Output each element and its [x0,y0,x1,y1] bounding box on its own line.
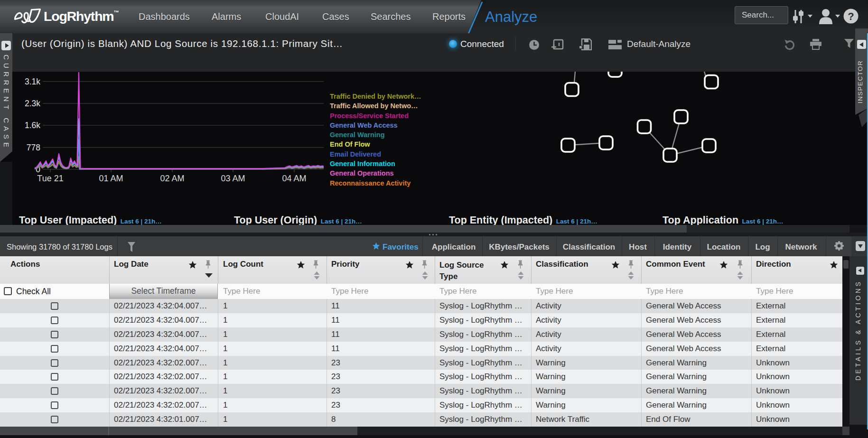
svg-text:Tue 21: Tue 21 [37,174,63,183]
svg-text:1.6k: 1.6k [25,121,40,130]
svg-text:02 AM: 02 AM [160,174,184,183]
svg-text:?: ? [848,10,854,22]
svg-text:778: 778 [27,143,40,152]
svg-text:04 AM: 04 AM [282,174,306,183]
svg-text:2.3k: 2.3k [25,99,40,108]
svg-text:03 AM: 03 AM [221,174,245,183]
svg-text:3.1k: 3.1k [25,77,40,86]
svg-text:01 AM: 01 AM [99,174,123,183]
